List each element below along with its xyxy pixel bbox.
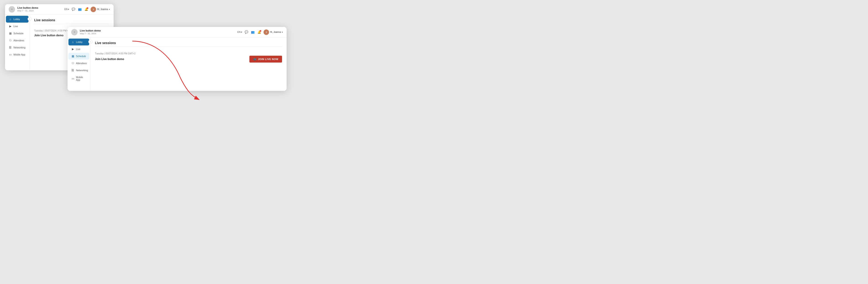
window2-header-right: EN ▾ 💬 👥 🔔 J Hi, Joanna ▾ xyxy=(237,29,283,35)
window1-session-title: Join Live button demo xyxy=(34,34,63,37)
sidebar-item-attendees-w1[interactable]: ⚇ Attendees xyxy=(6,37,29,44)
chevron-down-icon-w2: ▾ xyxy=(241,31,242,33)
mobile-icon: ▭ xyxy=(9,53,12,56)
chevron-down-icon: ▾ xyxy=(68,8,69,10)
join-live-label: JOIN LIVE NOW xyxy=(258,58,278,60)
schedule-icon: ▦ xyxy=(9,32,12,35)
window1-event-logo: ✳ xyxy=(9,6,15,12)
live-label-w2: Live xyxy=(76,48,80,51)
window-2: ✳ Live button demo May 7 - 31, 2024 EN ▾… xyxy=(67,27,287,91)
window1-avatar-button[interactable]: J Hi, Joanna ▾ xyxy=(91,7,110,12)
lobby-label-w2: Lobby xyxy=(76,40,83,44)
notification-dot xyxy=(87,7,88,9)
lobby-label-w1: Lobby xyxy=(13,18,20,21)
window2-avatar-button[interactable]: J Hi, Joanna ▾ xyxy=(264,29,283,35)
chevron-down-icon-w2-2: ▾ xyxy=(282,31,283,33)
camera-icon: 📹 xyxy=(253,58,257,61)
window2-event-info: Live button demo May 7 - 31, 2024 xyxy=(80,29,101,35)
sidebar-item-schedule-w2[interactable]: ▦ Schedule xyxy=(68,53,89,60)
attendees-label-w2: Attendees xyxy=(76,62,87,65)
mobile-label-w1: Mobile App xyxy=(13,53,25,56)
window1-hi-label: Hi, Joanna xyxy=(97,8,108,10)
window1-event-info: Live button demo May 7 - 31, 2024 xyxy=(17,6,38,12)
window2-session-title: Join Live button demo xyxy=(95,58,124,61)
window2-hi-label: Hi, Joanna xyxy=(270,31,281,33)
window1-header: ✳ Live button demo May 7 - 31, 2024 EN ▾… xyxy=(5,4,114,15)
live-label-w1: Live xyxy=(13,25,18,28)
window2-lang-button[interactable]: EN ▾ xyxy=(237,31,242,33)
window2-session-card: Tuesday | 05/07/2024 | 4:00 PM GMT+2 Joi… xyxy=(95,50,282,65)
window2-bell-icon[interactable]: 🔔 xyxy=(257,30,261,34)
schedule-label-w1: Schedule xyxy=(13,32,24,35)
window1-header-left: ✳ Live button demo May 7 - 31, 2024 xyxy=(9,6,38,12)
home-icon: ⌂ xyxy=(9,18,12,21)
home-icon-w2: ⌂ xyxy=(71,40,74,44)
window1-chat-icon[interactable]: 💬 xyxy=(71,7,75,11)
sidebar-item-lobby-w1[interactable]: ⌂ Lobby xyxy=(6,16,29,23)
networking-label-w2: Networking xyxy=(76,69,88,72)
live-icon: ▶ xyxy=(9,25,12,28)
window2-sidebar-collapse[interactable]: ‹ xyxy=(88,40,92,44)
sidebar-item-networking-w1[interactable]: ⛓ Networking xyxy=(6,44,29,51)
window1-header-right: EN ▾ 💬 👥 🔔 J Hi, Joanna ▾ xyxy=(64,7,110,12)
window1-users-icon[interactable]: 👥 xyxy=(78,7,82,11)
attendees-label-w1: Attendees xyxy=(13,39,24,42)
window2-sidebar: ‹ ⌂ Lobby ▶ Live ▦ Schedule ⚇ Attendees … xyxy=(67,37,90,91)
sidebar-item-schedule-w1[interactable]: ▦ Schedule xyxy=(6,30,29,37)
networking-label-w1: Networking xyxy=(13,46,26,49)
sidebar-item-mobile-w1[interactable]: ▭ Mobile App xyxy=(6,51,29,58)
window2-event-logo: ✳ xyxy=(71,29,78,35)
window1-event-date: May 7 - 31, 2024 xyxy=(17,9,38,12)
schedule-icon-w2: ▦ xyxy=(71,55,74,58)
window2-main: Live sessions Tuesday | 05/07/2024 | 4:0… xyxy=(90,37,287,91)
mobile-icon-w2: ▭ xyxy=(71,77,74,80)
join-live-now-button[interactable]: 📹 JOIN LIVE NOW xyxy=(249,56,282,62)
sidebar-item-lobby-w2[interactable]: ⌂ Lobby xyxy=(68,38,89,46)
window1-section-title: Live sessions xyxy=(34,18,109,24)
window1-event-name: Live button demo xyxy=(17,6,38,9)
schedule-label-w2: Schedule xyxy=(76,55,86,58)
sidebar-item-attendees-w2[interactable]: ⚇ Attendees xyxy=(68,60,89,67)
window1-sidebar: ‹ ⌂ Lobby ▶ Live ▦ Schedule ⚇ Attendees … xyxy=(5,15,30,70)
chevron-down-icon-2: ▾ xyxy=(109,8,110,10)
window2-session-date: Tuesday | 05/07/2024 | 4:00 PM GMT+2 xyxy=(95,52,282,55)
window1-bell-icon[interactable]: 🔔 xyxy=(84,7,88,11)
window2-header-left: ✳ Live button demo May 7 - 31, 2024 xyxy=(71,29,101,35)
window2-section-title: Live sessions xyxy=(95,41,282,47)
notification-dot-w2 xyxy=(260,30,261,32)
window2-event-date: May 7 - 31, 2024 xyxy=(80,32,101,35)
window2-users-icon[interactable]: 👥 xyxy=(251,30,255,34)
window2-session-row: Join Live button demo 📹 JOIN LIVE NOW xyxy=(95,56,282,62)
window1-sidebar-collapse[interactable]: ‹ xyxy=(28,17,32,21)
networking-icon-w2: ⛓ xyxy=(71,69,74,72)
sidebar-item-live-w2[interactable]: ▶ Live xyxy=(68,46,89,53)
window2-chat-icon[interactable]: 💬 xyxy=(244,30,248,34)
live-icon-w2: ▶ xyxy=(71,48,74,51)
sidebar-item-networking-w2[interactable]: ⛓ Networking xyxy=(68,67,89,74)
window1-avatar: J xyxy=(91,7,96,12)
networking-icon: ⛓ xyxy=(9,46,12,49)
window2-avatar: J xyxy=(264,29,269,35)
attendees-icon-w2: ⚇ xyxy=(71,62,74,65)
sidebar-item-live-w1[interactable]: ▶ Live xyxy=(6,23,29,30)
sidebar-item-mobile-w2[interactable]: ▭ Mobile App xyxy=(68,74,89,83)
window2-body: ‹ ⌂ Lobby ▶ Live ▦ Schedule ⚇ Attendees … xyxy=(67,37,287,91)
window2-header: ✳ Live button demo May 7 - 31, 2024 EN ▾… xyxy=(67,27,287,37)
window1-lang-button[interactable]: EN ▾ xyxy=(64,8,69,10)
attendees-icon: ⚇ xyxy=(9,39,12,42)
mobile-label-w2: Mobile App xyxy=(76,76,87,81)
window2-event-name: Live button demo xyxy=(80,29,101,32)
